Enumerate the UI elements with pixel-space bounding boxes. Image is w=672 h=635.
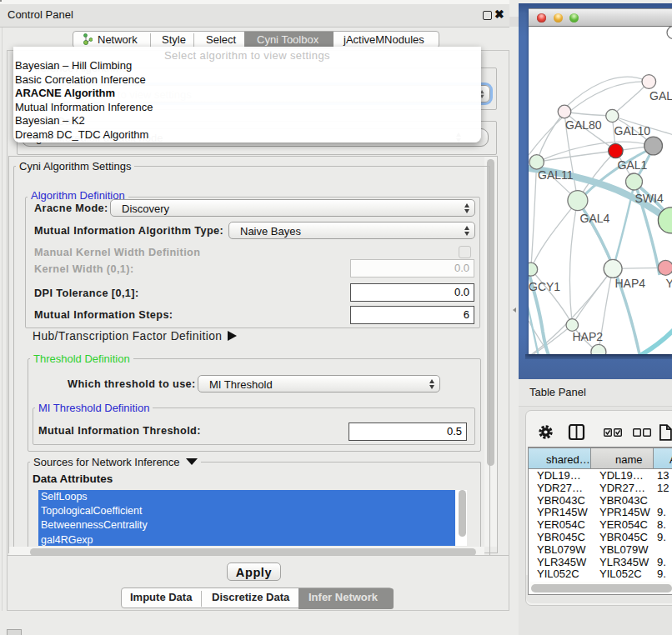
svg-text:SWI4: SWI4 bbox=[635, 192, 664, 205]
svg-text:HAP2: HAP2 bbox=[573, 330, 604, 343]
svg-text:GAL1: GAL1 bbox=[618, 158, 648, 172]
svg-text:GAL7: GAL7 bbox=[649, 89, 672, 102]
svg-text:HAP4: HAP4 bbox=[615, 277, 646, 290]
svg-text:GAL80: GAL80 bbox=[565, 118, 602, 132]
svg-text:GCY1: GCY1 bbox=[529, 280, 560, 293]
svg-text:YKL: YKL bbox=[666, 277, 672, 290]
svg-text:GAL11: GAL11 bbox=[538, 168, 574, 182]
svg-text:GAL10: GAL10 bbox=[614, 124, 651, 138]
svg-text:GAL4: GAL4 bbox=[580, 212, 610, 225]
